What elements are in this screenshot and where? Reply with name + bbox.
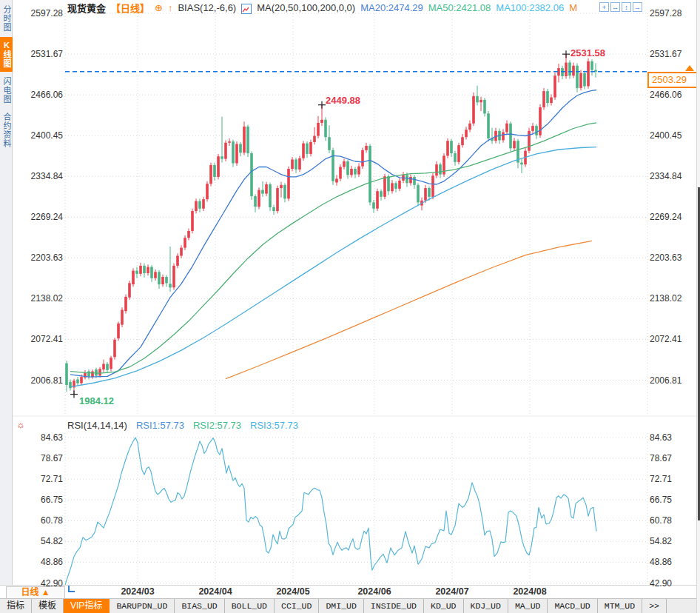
- chart-legend: 现货黄金 【日线】 ⊕ ↑ BIAS(12,-6,6) MA(20,50,100…: [67, 1, 577, 14]
- symbol-name: 现货黄金: [67, 1, 106, 15]
- bias-indicator-label[interactable]: BIAS(12,-6,6): [178, 2, 236, 13]
- rsi-settings-icon[interactable]: ☼: [16, 419, 25, 430]
- indicator-tab-bar: 指标模板VIP指标BARUPDN_UDBIAS_UDBOLL_UDCCI_UDD…: [0, 598, 700, 613]
- sidebar-item-3[interactable]: 合约资料: [0, 109, 13, 152]
- price-axis-label-left-3: 2400.45: [21, 130, 63, 141]
- rsi-axis-label-left-6: 48.86: [21, 557, 63, 567]
- rsi-axis-label-right-5: 54.82: [650, 536, 696, 546]
- time-axis-label-1: 2024/04: [192, 586, 239, 597]
- last-price-box: 2503.29: [647, 72, 700, 88]
- time-axis-row: 日线 ▲ 2024/032024/042024/052024/062024/07…: [0, 585, 700, 598]
- ma-chart-icon: [241, 4, 252, 14]
- price-axis-label-left-6: 2203.63: [21, 252, 63, 263]
- indicator-tab-biasud[interactable]: BIAS_UD: [175, 599, 224, 613]
- sidebar-item-1[interactable]: K线图: [0, 37, 13, 72]
- ma100-value: MA100:2382.06: [496, 2, 564, 13]
- indicator-tab-barupdnud[interactable]: BARUPDN_UD: [110, 599, 175, 613]
- rsi-axis-label-left-3: 66.75: [21, 495, 63, 505]
- ma20-value: MA20:2474.29: [360, 2, 423, 13]
- trading-app-window: 分时图K线图闪电图合约资料 现货黄金 【日线】 ⊕ ↑ BIAS(12,-6,6…: [0, 0, 700, 613]
- rsi-axis-label-left-7: 42.90: [21, 578, 63, 589]
- rsi-axis-label-right-2: 72.71: [650, 474, 696, 484]
- pan-icon[interactable]: +: [599, 2, 609, 12]
- indicator-tab-dmiud[interactable]: DMI_UD: [319, 599, 363, 613]
- chart-type-sidebar: 分时图K线图闪电图合约资料: [0, 0, 13, 585]
- period-label: 【日线】: [111, 1, 149, 15]
- chart-toolbar: +↔↕→: [599, 2, 642, 12]
- rsi-axis-label-left-0: 84.63: [21, 432, 63, 443]
- time-axis-label-3: 2024/06: [351, 586, 398, 597]
- high-price-annotation: 2531.58: [571, 47, 605, 58]
- indicator-tab-vip[interactable]: VIP指标: [64, 599, 110, 613]
- indicator-tab-macdud[interactable]: MACD_UD: [548, 599, 597, 613]
- sidebar-item-2[interactable]: 闪电图: [0, 73, 13, 107]
- price-axis-label-right-6: 2203.63: [650, 252, 696, 263]
- time-axis-label-2: 2024/05: [269, 586, 317, 597]
- fit-vertical-icon[interactable]: ↕: [622, 2, 631, 12]
- chart-canvas[interactable]: [0, 0, 700, 613]
- price-axis-label-right-5: 2269.24: [650, 212, 696, 222]
- price-axis-label-right-4: 2334.84: [650, 171, 696, 181]
- price-axis-label-left-9: 2006.81: [21, 375, 63, 386]
- indicator-tab-bollud[interactable]: BOLL_UD: [225, 599, 275, 613]
- last-price-arrow-icon: [685, 65, 694, 71]
- may-high-annotation: 2449.88: [326, 95, 360, 106]
- price-axis-label-right-8: 2072.41: [650, 334, 696, 344]
- rsi-axis-label-left-4: 60.78: [21, 515, 63, 526]
- right-scrollbar[interactable]: [696, 0, 700, 613]
- rsi-axis-label-right-4: 60.78: [650, 515, 696, 526]
- price-axis-label-right-7: 2138.02: [650, 293, 696, 304]
- low-price-annotation: 1984.12: [79, 395, 114, 406]
- ma-indicator-label[interactable]: MA(20,50,100,200,0,0): [257, 2, 355, 13]
- rsi-legend: RSI(14,14,14) RSI1:57.73 RSI2:57.73 RSI3…: [67, 420, 298, 431]
- period-selector[interactable]: 日线 ▲: [6, 586, 65, 599]
- price-axis-label-right-1: 2531.67: [650, 49, 696, 59]
- indicator-tab-14[interactable]: >>: [642, 599, 667, 613]
- price-axis-label-left-7: 2138.02: [21, 293, 63, 304]
- price-axis-label-left-1: 2531.67: [21, 49, 63, 59]
- price-axis-label-left-4: 2334.84: [21, 171, 63, 181]
- price-axis-label-left-5: 2269.24: [21, 212, 63, 222]
- indicator-tab-insideud[interactable]: INSIDE_UD: [364, 599, 424, 613]
- rsi2-value: RSI2:57.73: [193, 420, 241, 431]
- time-axis-label-0: 2024/03: [114, 586, 161, 597]
- rsi-indicator-label[interactable]: RSI(14,14,14): [67, 420, 127, 431]
- indicator-tab-kdud[interactable]: KD_UD: [424, 599, 464, 613]
- sidebar-item-0[interactable]: 分时图: [0, 1, 13, 36]
- price-axis-label-right-3: 2400.45: [650, 130, 696, 141]
- price-axis-label-right-2: 2466.06: [650, 90, 696, 100]
- rsi-axis-label-right-3: 66.75: [650, 495, 696, 505]
- time-axis-label-4: 2024/07: [428, 586, 476, 597]
- rsi-axis-label-right-1: 78.67: [650, 453, 696, 463]
- axis-corner-icon: [68, 586, 75, 592]
- price-axis-label-left-0: 2597.28: [21, 8, 63, 19]
- ma50-value: MA50:2421.08: [428, 2, 491, 13]
- rsi-axis-label-right-0: 84.63: [650, 432, 696, 443]
- indicator-tab-mtmud[interactable]: MTM_UD: [598, 599, 642, 613]
- rsi3-value: RSI3:57.73: [250, 420, 298, 431]
- price-axis-label-right-9: 2006.81: [650, 375, 696, 386]
- time-axis-label-5: 2024/08: [506, 586, 553, 597]
- rsi-axis-label-left-5: 54.82: [21, 536, 63, 546]
- rsi-axis-label-right-7: 42.90: [650, 578, 696, 589]
- indicator-tab-0[interactable]: 指标: [0, 599, 32, 613]
- indicator-tab-1[interactable]: 模板: [32, 599, 64, 613]
- ma200-value-truncated: M: [569, 2, 577, 13]
- indicator-tab-kdjud[interactable]: KDJ_UD: [464, 599, 508, 613]
- indicator-tab-cciud[interactable]: CCI_UD: [275, 599, 319, 613]
- price-axis-label-left-2: 2466.06: [21, 90, 63, 100]
- fit-horizontal-icon[interactable]: ↔: [610, 2, 620, 12]
- up-arrow-icon: ↑: [168, 2, 173, 13]
- rsi-axis-label-left-2: 72.71: [21, 474, 63, 484]
- price-axis-label-right-0: 2597.28: [650, 8, 696, 19]
- circle-plus-icon[interactable]: ⊕: [155, 2, 163, 13]
- rsi-axis-label-left-1: 78.67: [21, 453, 63, 463]
- indicator-tab-maud[interactable]: MA_UD: [508, 599, 548, 613]
- rsi1-value: RSI1:57.73: [136, 420, 184, 431]
- rsi-axis-label-right-6: 48.86: [650, 557, 696, 567]
- price-axis-label-left-8: 2072.41: [21, 334, 63, 344]
- export-right-icon[interactable]: →: [633, 2, 642, 12]
